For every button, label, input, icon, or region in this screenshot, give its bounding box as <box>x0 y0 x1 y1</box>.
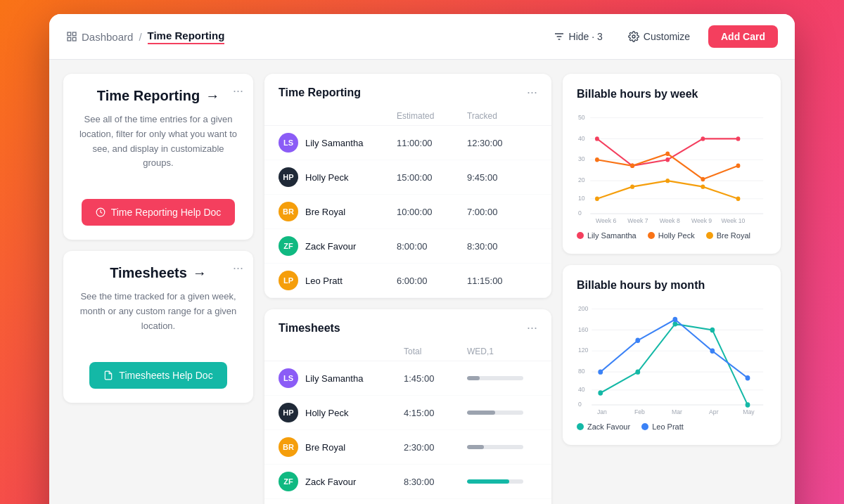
table-row: LP Leo Pratt 10:00:00 <box>264 499 551 504</box>
user-cell: LS Lily Samantha <box>279 368 404 388</box>
legend-leo: Leo Pratt <box>641 422 684 431</box>
left-column: ··· Time Reporting → See all of the time… <box>63 74 253 504</box>
time-reporting-table-menu[interactable]: ··· <box>527 85 537 100</box>
middle-column: Time Reporting ··· Estimated Tracked LS … <box>264 74 551 504</box>
svg-text:Apr: Apr <box>709 408 718 415</box>
user-cell: LS Lily Samantha <box>279 133 397 153</box>
legend-dot-lily <box>577 232 584 239</box>
chart-week-legend: Lily Samantha Holly Peck Bre Royal <box>577 231 767 240</box>
user-cell: ZF Zack Favour <box>279 236 397 256</box>
svg-rect-1 <box>72 32 76 36</box>
time-reporting-table-header: Time Reporting ··· <box>264 74 551 107</box>
timesheets-menu[interactable]: ··· <box>233 261 243 276</box>
timesheets-desc: See the time tracked for a given week, m… <box>77 290 239 333</box>
svg-point-67 <box>746 375 750 380</box>
progress-bar-container <box>467 445 537 449</box>
svg-text:Week 7: Week 7 <box>627 217 648 224</box>
svg-point-28 <box>665 157 670 162</box>
svg-text:Jan: Jan <box>597 408 607 415</box>
customize-button[interactable]: Customize <box>621 27 697 46</box>
chart-month-legend: Zack Favour Leo Pratt <box>577 422 767 431</box>
svg-text:160: 160 <box>578 325 588 332</box>
billable-week-chart-card: Billable hours by week 50 40 30 20 10 0 <box>563 74 781 254</box>
right-column: Billable hours by week 50 40 30 20 10 0 <box>563 74 781 504</box>
svg-point-36 <box>595 197 599 201</box>
svg-point-31 <box>595 157 599 162</box>
svg-point-34 <box>701 177 705 181</box>
user-cell: HP Holly Peck <box>279 167 397 187</box>
svg-point-30 <box>736 136 741 141</box>
svg-point-35 <box>736 164 741 168</box>
svg-text:200: 200 <box>578 304 588 311</box>
svg-point-65 <box>672 317 677 322</box>
avatar: LS <box>279 368 298 388</box>
svg-point-60 <box>672 321 677 326</box>
chart-week-title: Billable hours by week <box>577 88 767 101</box>
avatar: ZF <box>279 236 298 256</box>
svg-point-37 <box>630 184 634 188</box>
svg-text:20: 20 <box>578 176 585 183</box>
svg-point-58 <box>598 390 603 395</box>
svg-text:0: 0 <box>578 209 582 217</box>
avatar: LP <box>279 271 298 290</box>
time-reporting-info-title: Time Reporting → <box>97 88 219 104</box>
timesheets-help-btn[interactable]: Timesheets Help Doc <box>89 362 226 389</box>
svg-text:Feb: Feb <box>634 408 645 415</box>
table-row: HP Holly Peck 15:00:00 9:45:00 <box>264 160 551 195</box>
table-row: ZF Zack Favour 8:00:00 8:30:00 <box>264 229 551 264</box>
svg-text:80: 80 <box>578 368 585 375</box>
avatar: HP <box>279 167 298 187</box>
legend-lily: Lily Samantha <box>577 231 637 240</box>
svg-text:Week 10: Week 10 <box>721 217 745 224</box>
add-card-button[interactable]: Add Card <box>708 25 778 48</box>
svg-point-39 <box>701 184 705 188</box>
time-reporting-menu[interactable]: ··· <box>233 84 243 98</box>
legend-dot-bre <box>706 232 713 239</box>
legend-bre: Bre Royal <box>706 231 750 240</box>
svg-point-64 <box>635 338 640 343</box>
svg-point-62 <box>746 402 750 407</box>
svg-text:0: 0 <box>578 401 582 408</box>
breadcrumb: Dashboard / Time Reporting <box>66 30 224 44</box>
svg-text:40: 40 <box>578 385 585 392</box>
svg-point-61 <box>710 328 715 332</box>
user-cell: ZF Zack Favour <box>279 472 404 491</box>
svg-text:Week 9: Week 9 <box>691 217 712 224</box>
svg-rect-2 <box>72 37 76 41</box>
svg-rect-0 <box>68 32 71 36</box>
legend-dot-holly <box>648 232 655 239</box>
svg-text:120: 120 <box>578 347 588 354</box>
time-reporting-desc: See all of the time entries for a given … <box>77 112 239 171</box>
chart-week-area: 50 40 30 20 10 0 Week 6 <box>577 112 767 224</box>
timesheets-table-header: Timesheets ··· <box>264 309 551 342</box>
hide-button[interactable]: Hide · 3 <box>546 27 610 46</box>
timesheets-table-card: Timesheets ··· Total WED,1 LS Lily Saman… <box>264 309 551 504</box>
time-reporting-rows: LS Lily Samantha 11:00:00 12:30:00 HP Ho… <box>264 126 551 298</box>
avatar: BR <box>279 437 298 457</box>
legend-dot-leo <box>641 423 648 430</box>
app-container: Dashboard / Time Reporting Hide · 3 Cust… <box>49 14 795 504</box>
avatar: BR <box>279 202 298 221</box>
main-content: ··· Time Reporting → See all of the time… <box>49 60 795 504</box>
svg-point-66 <box>710 349 715 354</box>
timesheets-table-menu[interactable]: ··· <box>527 321 537 335</box>
table-row: LP Leo Pratt 6:00:00 11:15:00 <box>264 264 551 298</box>
svg-point-40 <box>736 197 741 201</box>
svg-point-33 <box>665 152 670 156</box>
avatar: LS <box>279 133 298 153</box>
svg-point-26 <box>595 136 599 141</box>
time-reporting-table-card: Time Reporting ··· Estimated Tracked LS … <box>264 74 551 298</box>
legend-zack: Zack Favour <box>577 422 630 431</box>
time-reporting-help-btn[interactable]: Time Reporting Help Doc <box>82 199 236 226</box>
billable-month-chart-card: Billable hours by month 200 160 120 80 4… <box>563 265 781 445</box>
svg-text:10: 10 <box>578 194 585 201</box>
table-row: ZF Zack Favour 8:30:00 <box>264 465 551 499</box>
svg-text:40: 40 <box>578 134 585 141</box>
svg-point-7 <box>632 35 635 38</box>
user-cell: BR Bre Royal <box>279 202 397 221</box>
svg-text:Week 8: Week 8 <box>660 217 680 224</box>
breadcrumb-dashboard: Dashboard <box>66 31 133 43</box>
chart-week-svg: 50 40 30 20 10 0 Week 6 <box>577 112 767 224</box>
progress-bar-container <box>467 376 537 380</box>
table-row: LS Lily Samantha 1:45:00 <box>264 361 551 396</box>
